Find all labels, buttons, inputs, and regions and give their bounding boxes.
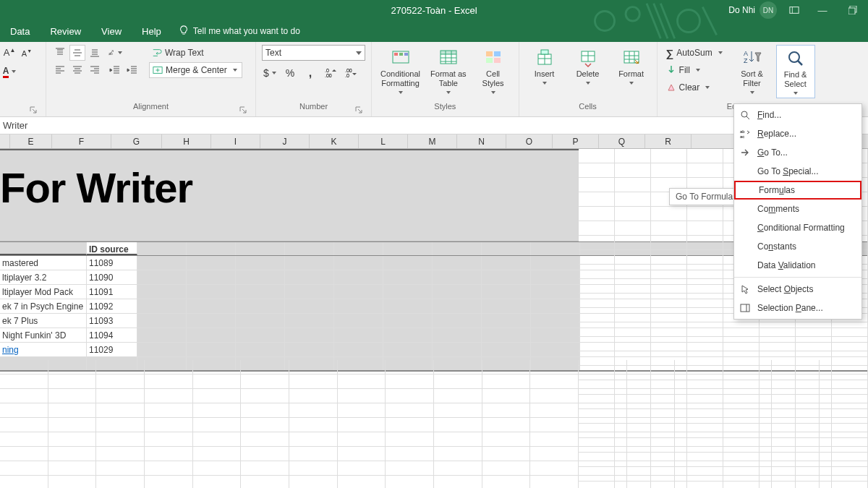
alignment-launcher[interactable] — [238, 105, 248, 115]
table-cell-empty[interactable] — [137, 299, 187, 313]
column-header-q[interactable]: Q — [599, 134, 645, 148]
table-cell-empty[interactable] — [383, 343, 433, 356]
column-header-e[interactable]: E — [10, 134, 52, 148]
table-cell-id[interactable]: 11090 — [87, 270, 137, 284]
table-cell-empty[interactable] — [334, 285, 383, 299]
empty-cell[interactable] — [0, 461, 48, 475]
empty-cell[interactable] — [145, 360, 193, 374]
table-cell-empty[interactable] — [531, 314, 580, 328]
table-cell-name[interactable]: Night Funkin' 3D — [0, 328, 87, 342]
table-cell-empty[interactable] — [531, 285, 580, 299]
empty-cell[interactable] — [687, 294, 723, 307]
empty-cell[interactable] — [687, 207, 723, 221]
empty-cell[interactable] — [579, 389, 627, 403]
empty-cell[interactable] — [241, 374, 289, 388]
sort-filter-button[interactable]: AZ Sort & Filter — [733, 45, 772, 94]
empty-cell[interactable] — [289, 389, 338, 403]
empty-cell[interactable] — [651, 337, 687, 351]
table-cell-name[interactable]: ek 7 in Psych Engine — [0, 299, 87, 313]
empty-cell[interactable] — [530, 403, 579, 417]
empty-cell[interactable] — [675, 476, 723, 488]
empty-cell[interactable] — [96, 389, 145, 403]
empty-cell[interactable] — [289, 432, 338, 446]
empty-cell[interactable] — [615, 279, 651, 293]
empty-cell[interactable] — [627, 374, 676, 388]
table-cell-empty[interactable] — [137, 270, 187, 284]
empty-cell[interactable] — [434, 403, 482, 417]
empty-cell[interactable] — [615, 207, 651, 221]
empty-cell[interactable] — [386, 374, 434, 388]
empty-cell[interactable] — [96, 418, 145, 432]
table-cell-empty[interactable] — [482, 270, 531, 284]
empty-cell[interactable] — [434, 447, 482, 461]
empty-cell[interactable] — [48, 374, 97, 388]
empty-cell[interactable] — [386, 403, 434, 417]
empty-cell[interactable] — [723, 403, 772, 417]
empty-cell[interactable] — [482, 432, 531, 446]
menu-item-conditional-formatting[interactable]: Conditional Formatting — [734, 218, 861, 237]
table-cell-empty[interactable] — [433, 285, 482, 299]
empty-cell[interactable] — [338, 360, 386, 374]
empty-cell[interactable] — [530, 374, 579, 388]
column-header-o[interactable]: O — [506, 134, 553, 148]
empty-cell[interactable] — [687, 250, 723, 264]
empty-cell[interactable] — [651, 236, 687, 249]
empty-cell[interactable] — [0, 447, 48, 461]
table-cell-empty[interactable] — [433, 270, 482, 284]
table-cell-empty[interactable] — [187, 314, 236, 328]
empty-cell[interactable] — [579, 236, 615, 249]
empty-cell[interactable] — [48, 432, 97, 446]
tab-help[interactable]: Help — [132, 20, 171, 42]
empty-cell[interactable] — [675, 403, 723, 417]
empty-cell[interactable] — [530, 476, 579, 488]
empty-cell[interactable] — [687, 337, 723, 351]
empty-cell[interactable] — [434, 360, 482, 374]
empty-cell[interactable] — [96, 403, 145, 417]
table-cell-empty[interactable] — [236, 256, 285, 270]
empty-cell[interactable] — [579, 149, 615, 163]
table-cell-empty[interactable] — [531, 328, 580, 342]
empty-cell[interactable] — [723, 476, 772, 488]
empty-cell[interactable] — [482, 360, 531, 374]
table-cell-name[interactable]: ltiplayer 3.2 — [0, 270, 87, 284]
align-left-button[interactable] — [52, 62, 68, 78]
table-cell-empty[interactable] — [285, 343, 334, 356]
empty-cell[interactable] — [145, 476, 193, 488]
empty-cell[interactable] — [0, 418, 48, 432]
empty-cell[interactable] — [193, 461, 242, 475]
empty-cell[interactable] — [615, 163, 651, 177]
empty-cell[interactable] — [241, 476, 289, 488]
table-cell-empty[interactable] — [482, 314, 531, 328]
empty-cell[interactable] — [772, 403, 820, 417]
empty-cell[interactable] — [615, 265, 651, 278]
empty-cell[interactable] — [96, 476, 145, 488]
empty-cell[interactable] — [579, 461, 627, 475]
empty-cell[interactable] — [241, 403, 289, 417]
table-cell-name[interactable]: ek 7 Plus — [0, 314, 87, 328]
decrease-indent-button[interactable] — [107, 62, 123, 78]
empty-cell[interactable] — [96, 374, 145, 388]
empty-cell[interactable] — [615, 250, 651, 264]
empty-cell[interactable] — [48, 403, 97, 417]
empty-cell[interactable] — [627, 418, 676, 432]
empty-cell[interactable] — [579, 360, 627, 374]
empty-cell[interactable] — [772, 476, 820, 488]
empty-cell[interactable] — [530, 461, 579, 475]
empty-cell[interactable] — [723, 337, 760, 351]
empty-cell[interactable] — [241, 447, 289, 461]
menu-item-go-to[interactable]: Go To... — [734, 143, 861, 162]
number-launcher[interactable] — [354, 105, 364, 115]
empty-cell[interactable] — [651, 250, 687, 264]
merge-center-button[interactable]: Merge & Center — [149, 62, 242, 78]
column-header-g[interactable]: G — [111, 134, 162, 148]
empty-cell[interactable] — [386, 432, 434, 446]
empty-cell[interactable] — [760, 337, 796, 351]
empty-cell[interactable] — [289, 447, 338, 461]
empty-cell[interactable] — [820, 389, 868, 403]
empty-cell[interactable] — [627, 476, 676, 488]
empty-cell[interactable] — [530, 447, 579, 461]
empty-cell[interactable] — [687, 308, 723, 322]
table-cell-id[interactable]: 11029 — [87, 343, 137, 356]
empty-cell[interactable] — [289, 360, 338, 374]
empty-cell[interactable] — [193, 418, 242, 432]
